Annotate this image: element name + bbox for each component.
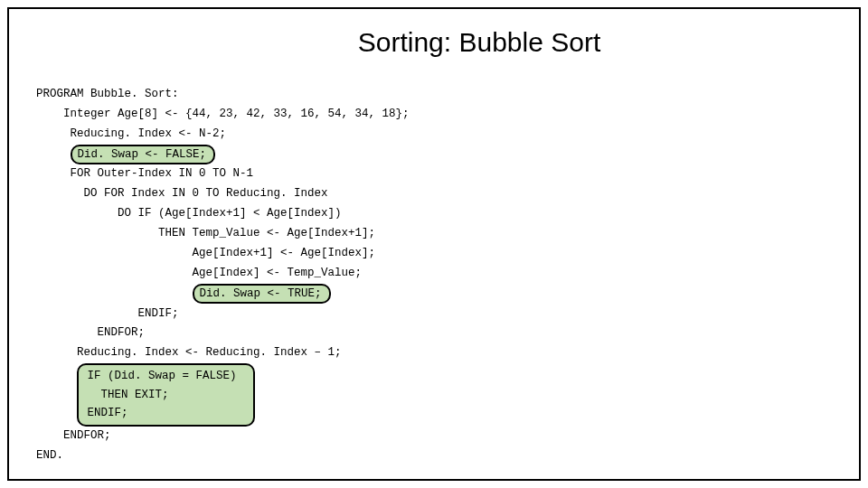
code-line: Age[Index] <- Temp_Value; (36, 267, 362, 279)
highlight-then-line: THEN EXIT; (80, 389, 169, 401)
highlight-if-exit: IF (Did. Swap = FALSE) THEN EXIT; ENDIF; (77, 363, 255, 427)
code-line: THEN Temp_Value <- Age[Index+1]; (36, 227, 375, 239)
highlight-didswap-true: Did. Swap <- TRUE; (193, 284, 331, 304)
slide-title: Sorting: Bubble Sort (127, 27, 832, 58)
code-line: DO IF (Age[Index+1] < Age[Index]) (36, 207, 342, 220)
pseudocode-block: PROGRAM Bubble. Sort: Integer Age[8] <- … (36, 65, 832, 486)
code-line: Did. Swap <- FALSE; (36, 148, 215, 161)
code-line: DO FOR Index IN 0 TO Reducing. Index (36, 187, 328, 200)
code-line: ENDFOR; (36, 429, 111, 442)
highlight-didswap-false: Did. Swap <- FALSE; (71, 145, 216, 164)
code-line: Reducing. Index <- N-2; (36, 127, 226, 140)
highlight-endif-line: ENDIF; (80, 407, 128, 419)
code-line: PROGRAM Bubble. Sort: (36, 88, 179, 100)
code-line: ENDIF; (36, 307, 179, 320)
highlight-if-line: IF (Did. Swap = FALSE) (80, 370, 237, 382)
code-line: FOR Outer-Index IN 0 TO N-1 (36, 167, 253, 180)
code-line: Age[Index+1] <- Age[Index]; (36, 247, 375, 259)
code-line: Reducing. Index <- Reducing. Index – 1; (36, 346, 342, 359)
code-line: ENDFOR; (36, 326, 145, 339)
slide-frame: Sorting: Bubble Sort PROGRAM Bubble. Sor… (7, 7, 861, 481)
code-line: IF (Did. Swap = FALSE) THEN EXIT; ENDIF; (36, 366, 255, 379)
code-line: END. (36, 449, 63, 462)
code-line: Integer Age[8] <- {44, 23, 42, 33, 16, 5… (36, 108, 410, 120)
code-line: Did. Swap <- TRUE; (36, 287, 331, 300)
